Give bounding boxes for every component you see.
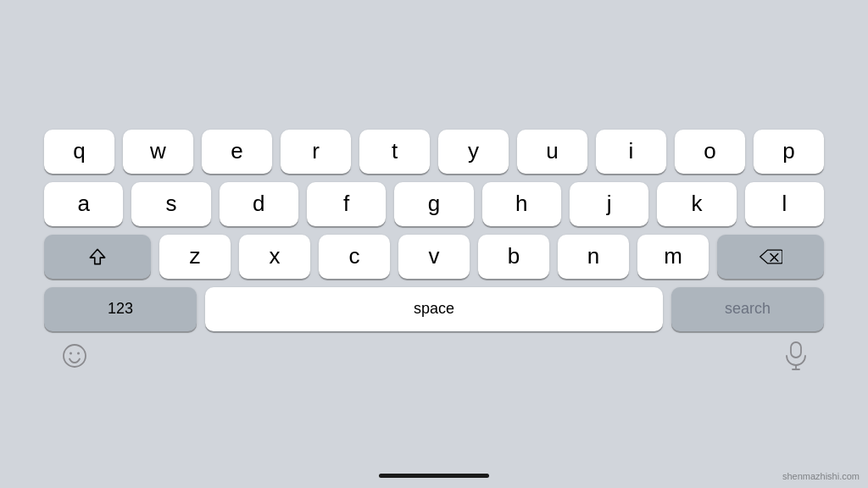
shift-key[interactable]	[44, 235, 151, 279]
watermark: shenmazhishi.com	[782, 471, 860, 481]
home-indicator	[379, 474, 489, 478]
backspace-icon	[759, 248, 782, 265]
key-z[interactable]: z	[159, 235, 231, 279]
microphone-icon	[785, 341, 807, 370]
key-v[interactable]: v	[398, 235, 470, 279]
numbers-key[interactable]: 123	[44, 287, 197, 331]
key-q[interactable]: q	[44, 130, 114, 174]
keyboard-row-3: z x c v b n m	[44, 235, 824, 279]
key-l[interactable]: l	[745, 182, 824, 226]
search-key[interactable]: search	[671, 287, 824, 331]
key-u[interactable]: u	[517, 130, 587, 174]
shift-icon	[86, 246, 108, 268]
svg-rect-5	[791, 342, 801, 358]
svg-point-2	[64, 345, 86, 367]
key-r[interactable]: r	[281, 130, 351, 174]
keyboard-row-1: q w e r t y u i o p	[44, 130, 824, 174]
backspace-key[interactable]	[717, 235, 824, 279]
key-e[interactable]: e	[202, 130, 272, 174]
keyboard-container: q w e r t y u i o p a s d f g h j k l z …	[44, 130, 824, 331]
svg-point-3	[70, 352, 72, 354]
key-f[interactable]: f	[307, 182, 386, 226]
key-t[interactable]: t	[359, 130, 430, 174]
key-k[interactable]: k	[657, 182, 736, 226]
key-a[interactable]: a	[44, 182, 123, 226]
key-d[interactable]: d	[220, 182, 298, 226]
emoji-button[interactable]	[61, 342, 88, 375]
emoji-icon	[61, 342, 88, 369]
key-j[interactable]: j	[570, 182, 648, 226]
key-s[interactable]: s	[131, 182, 210, 226]
key-b[interactable]: b	[478, 235, 549, 279]
key-n[interactable]: n	[558, 235, 629, 279]
key-o[interactable]: o	[675, 130, 745, 174]
bottom-bar	[44, 335, 824, 376]
microphone-button[interactable]	[785, 341, 807, 376]
key-c[interactable]: c	[319, 235, 390, 279]
key-w[interactable]: w	[123, 130, 193, 174]
keyboard-row-4: 123 space search	[44, 287, 824, 331]
key-m[interactable]: m	[637, 235, 709, 279]
key-g[interactable]: g	[394, 182, 473, 226]
key-y[interactable]: y	[438, 130, 509, 174]
key-i[interactable]: i	[596, 130, 666, 174]
key-p[interactable]: p	[754, 130, 824, 174]
svg-point-4	[77, 352, 80, 354]
keyboard-row-2: a s d f g h j k l	[44, 182, 824, 226]
key-h[interactable]: h	[482, 182, 561, 226]
space-key[interactable]: space	[205, 287, 663, 331]
key-x[interactable]: x	[239, 235, 310, 279]
